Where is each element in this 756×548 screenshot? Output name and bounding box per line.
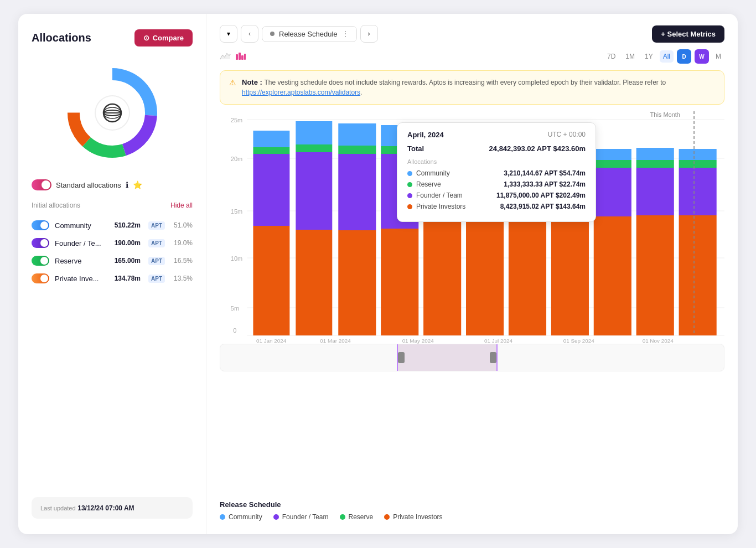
legend-community-label: Community [229, 513, 262, 521]
tooltip-item-reserve: Reserve 1,333,333.33 APT $22.74m [407, 180, 586, 188]
tooltip-community-dot [407, 171, 412, 176]
mini-nav-handle-right[interactable] [490, 352, 496, 363]
last-updated-value: 13/12/24 07:00 AM [77, 504, 134, 512]
note-box: ⚠ Note : The vesting schedule does not i… [220, 70, 724, 105]
note-link[interactable]: https://explorer.aptoslabs.com/validator… [242, 89, 360, 96]
svg-text:01 Jul 2024: 01 Jul 2024 [484, 338, 512, 343]
legend-founder-label: Founder / Team [282, 513, 329, 521]
mini-nav-handle-left[interactable] [398, 352, 405, 363]
private-apt-badge: APT [148, 275, 165, 283]
svg-rect-61 [636, 160, 674, 168]
area-chart-icon[interactable] [220, 51, 231, 63]
release-schedule-label: Release Schedule [279, 30, 338, 38]
svg-rect-11 [244, 54, 246, 60]
select-metrics-button[interactable]: + Select Metrics [652, 25, 724, 43]
private-toggle[interactable] [32, 273, 49, 283]
svg-rect-57 [594, 160, 631, 168]
tooltip-reserve-dot [407, 182, 412, 187]
svg-rect-47 [466, 218, 504, 335]
compare-button[interactable]: ⊙ Compare [134, 29, 193, 46]
this-month-label: This Month [650, 111, 680, 118]
community-pct: 51.0% [173, 221, 193, 229]
nav-left-button[interactable]: ‹ [241, 25, 258, 43]
tooltip-date: April, 2024 [407, 131, 444, 139]
nav-right-button[interactable]: › [360, 25, 378, 43]
tooltip-utc: UTC + 00:00 [548, 131, 586, 139]
svg-rect-32 [338, 123, 376, 146]
svg-text:10m: 10m [231, 255, 243, 261]
legend-private-investors-label: Private Investors [393, 513, 442, 521]
initial-allocations-section: Initial allocations Hide all [32, 201, 193, 209]
tooltip-total-label: Total [407, 144, 424, 153]
svg-text:01 Mar 2024: 01 Mar 2024 [320, 338, 350, 343]
time-all-button[interactable]: All [660, 50, 674, 63]
tooltip-total-value: 24,842,393.02 APT $423.60m [489, 144, 586, 153]
svg-rect-39 [381, 229, 418, 335]
svg-text:01 May 2024: 01 May 2024 [402, 338, 434, 343]
tooltip-founder-name: Founder / Team [416, 192, 463, 199]
time-1y-button[interactable]: 1Y [641, 50, 656, 63]
allocation-list: Community 510.22m APT 51.0% Founder / Te… [32, 220, 193, 283]
time-7d-button[interactable]: 7D [604, 50, 619, 63]
tooltip-item-community: Community 3,210,144.67 APT $54.74m [407, 169, 586, 177]
svg-rect-34 [338, 154, 376, 230]
bar-chart-icon[interactable] [235, 51, 246, 63]
time-1m-button[interactable]: 1M [622, 50, 638, 63]
right-header: ▾ ‹ Release Schedule ⋮ › + Select Metric… [220, 25, 724, 43]
svg-text:01 Nov 2024: 01 Nov 2024 [643, 338, 674, 343]
private-pct: 13.5% [173, 275, 193, 282]
svg-rect-10 [241, 55, 244, 60]
mini-nav-selection[interactable] [397, 344, 498, 371]
legend-private: Private Investors [384, 513, 442, 521]
hide-all-button[interactable]: Hide all [170, 201, 193, 209]
community-toggle[interactable] [32, 220, 49, 230]
tooltip-private-value: 8,423,915.02 APT $143.64m [500, 203, 586, 210]
svg-rect-8 [236, 54, 238, 60]
private-amount: 134.78m [115, 275, 141, 282]
svg-rect-25 [253, 147, 289, 154]
tab-more-icon: ⋮ [342, 30, 349, 38]
community-name: Community [55, 221, 109, 230]
svg-rect-59 [594, 216, 631, 335]
info-icon: ℹ [126, 180, 128, 189]
last-updated-footer: Last updated 13/12/24 07:00 AM [32, 497, 193, 519]
svg-rect-67 [679, 215, 717, 335]
warning-icon: ⚠ [229, 78, 236, 87]
allocation-item-private: Private Inve... 134.78m APT 13.5% [32, 273, 193, 283]
chart-bottom: Release Schedule Community Founder / Tea… [220, 495, 724, 523]
svg-rect-33 [338, 146, 376, 154]
reserve-amount: 165.00m [115, 257, 141, 265]
dropdown-button[interactable]: ▾ [220, 25, 237, 43]
svg-rect-29 [296, 144, 332, 152]
avatar-d-button[interactable]: D [677, 49, 691, 64]
legend-founder-dot [273, 514, 279, 520]
svg-rect-31 [296, 230, 332, 335]
svg-rect-30 [296, 152, 332, 230]
legend-community-dot [220, 514, 225, 520]
reserve-toggle[interactable] [32, 256, 49, 266]
release-schedule-tab[interactable]: Release Schedule ⋮ [262, 26, 357, 42]
svg-text:5m: 5m [231, 305, 240, 311]
chart-controls: 7D 1M 1Y All D W M [220, 49, 724, 64]
tooltip-item-private: Private Investors 8,423,915.02 APT $143.… [407, 203, 586, 210]
svg-rect-35 [338, 230, 376, 335]
time-m-button[interactable]: M [712, 50, 724, 63]
allocation-item-founder: Founder / Te... 190.00m APT 19.0% [32, 238, 193, 248]
founder-toggle[interactable] [32, 238, 49, 248]
svg-rect-62 [636, 168, 674, 215]
svg-text:01 Sep 2024: 01 Sep 2024 [563, 338, 594, 343]
tooltip-private-investors-name: Private Investors [416, 203, 465, 210]
founder-pct: 19.0% [173, 239, 193, 247]
last-updated-label: Last updated [40, 505, 76, 511]
chart-bottom-title: Release Schedule [220, 500, 724, 509]
tooltip-community-value: 3,210,144.67 APT $54.74m [504, 169, 586, 177]
svg-rect-65 [679, 160, 717, 168]
mini-navigator[interactable] [220, 344, 724, 371]
allocation-item-community: Community 510.22m APT 51.0% [32, 220, 193, 230]
svg-rect-26 [253, 154, 289, 226]
standard-allocations-toggle[interactable] [32, 179, 51, 190]
avatar-w-button[interactable]: W [695, 49, 709, 64]
svg-rect-60 [636, 148, 674, 160]
legend-row: Community Founder / Team Reserve Private… [220, 513, 724, 521]
legend-reserve-dot [340, 514, 345, 520]
